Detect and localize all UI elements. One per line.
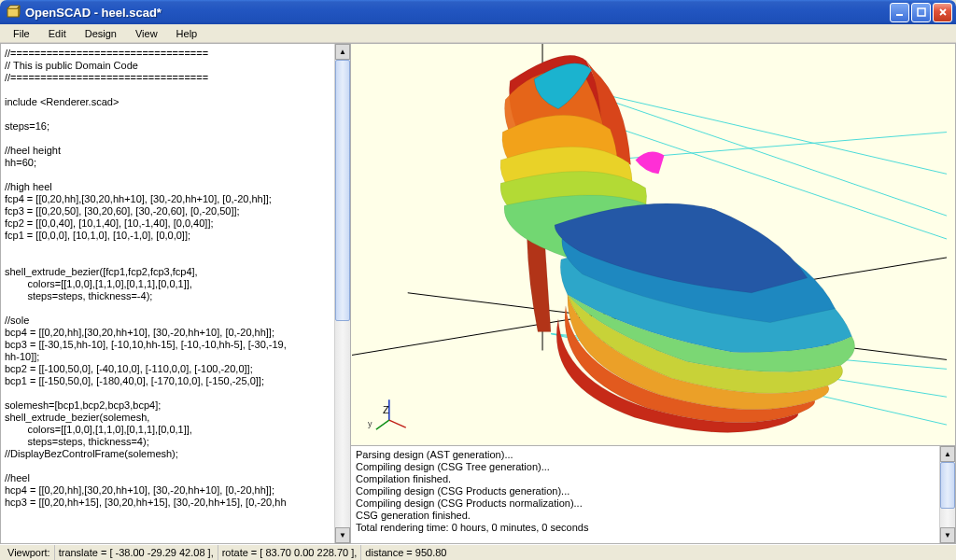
menu-design[interactable]: Design (77, 26, 124, 41)
status-translate: translate = [ -38.00 -29.29 42.08 ], (54, 545, 218, 560)
svg-marker-1 (7, 6, 20, 8)
menu-bar: File Edit Design View Help (0, 24, 956, 43)
menu-view[interactable]: View (128, 26, 165, 41)
axis-label-z: Z (383, 404, 389, 415)
window-title: OpenSCAD - heel.scad* (25, 6, 890, 20)
maximize-button[interactable] (911, 3, 931, 22)
menu-file[interactable]: File (6, 26, 37, 41)
menu-edit[interactable]: Edit (41, 26, 74, 41)
console-scrollbar[interactable]: ▲ ▼ (939, 446, 955, 543)
svg-rect-4 (918, 8, 925, 16)
scroll-thumb[interactable] (335, 60, 350, 321)
svg-rect-3 (896, 14, 903, 16)
svg-marker-2 (19, 6, 20, 17)
console-scroll-thumb[interactable] (940, 462, 955, 509)
status-viewport-label: Viewport: (4, 545, 54, 560)
minimize-button[interactable] (890, 3, 909, 22)
console-output[interactable]: Parsing design (AST generation)... Compi… (351, 446, 939, 543)
title-bar: OpenSCAD - heel.scad* (0, 0, 956, 24)
console-scroll-up[interactable]: ▲ (940, 446, 955, 462)
status-distance: distance = 950.80 (360, 545, 450, 560)
console-scroll-down[interactable]: ▼ (940, 527, 955, 543)
3d-viewport[interactable]: Z y (351, 43, 956, 446)
close-button[interactable] (933, 3, 952, 22)
app-icon (6, 5, 21, 20)
menu-help[interactable]: Help (169, 26, 205, 41)
console-pane: Parsing design (AST generation)... Compi… (351, 446, 956, 544)
render-canvas (351, 44, 955, 445)
scroll-down-button[interactable]: ▼ (335, 527, 350, 543)
code-scrollbar[interactable]: ▲ ▼ (334, 44, 350, 543)
axis-label-y: y (368, 419, 373, 428)
svg-line-9 (389, 420, 406, 427)
scroll-up-button[interactable]: ▲ (335, 44, 350, 60)
svg-line-10 (376, 420, 389, 429)
status-bar: Viewport: translate = [ -38.00 -29.29 42… (0, 544, 956, 560)
svg-rect-0 (7, 8, 19, 17)
code-editor-pane: //================================= // T… (0, 43, 351, 544)
window-controls (890, 3, 952, 22)
code-editor[interactable]: //================================= // T… (1, 44, 334, 543)
status-rotate: rotate = [ 83.70 0.00 228.70 ], (218, 545, 361, 560)
